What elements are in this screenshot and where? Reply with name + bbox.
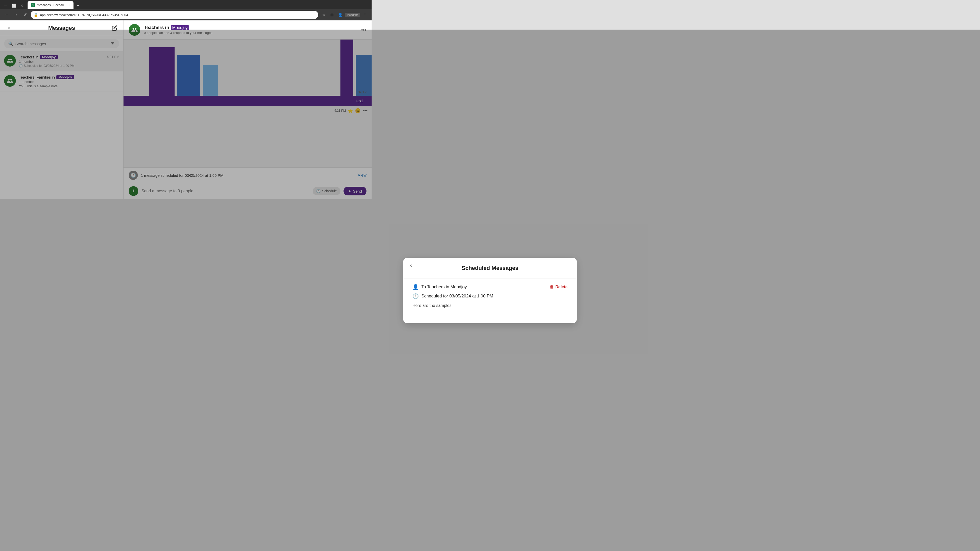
browser-chrome: ─ ⬜ ✕ S Messages - Seesaw × + ← → ↺ 🔒 ap… [0,0,372,21]
forward-button[interactable]: → [12,11,19,18]
maximize-button[interactable]: ⬜ [10,2,18,9]
tab-bar: ─ ⬜ ✕ S Messages - Seesaw × + [0,0,372,9]
modal-overlay: × Scheduled Messages 👤 To Teachers in Mo… [0,30,372,208]
back-button[interactable]: ← [3,11,10,18]
bookmark-icon[interactable]: ☆ [320,11,328,18]
profile-icon[interactable]: 👤 [337,11,344,18]
tab-close-icon[interactable]: × [68,3,70,7]
incognito-badge: Incognito [345,13,360,17]
address-bar: ← → ↺ 🔒 app.seesaw.me/c/conv.01HR4FNQSKJ… [0,9,372,21]
url-bar[interactable]: 🔒 app.seesaw.me/c/conv.01HR4FNQSKJRF4332… [30,11,318,19]
tab-title: Messages - Seesaw [37,3,67,7]
active-tab[interactable]: S Messages - Seesaw × [27,1,73,9]
extensions-icon[interactable]: ⊞ [328,11,336,18]
close-window-button[interactable]: ✕ [18,2,25,9]
toolbar-icons: ☆ ⊞ 👤 Incognito ⋮ [320,11,369,18]
browser-window-controls: ─ ⬜ ✕ [2,2,25,9]
new-tab-button[interactable]: + [75,2,82,9]
url-text: app.seesaw.me/c/conv.01HR4FNQSKJRF4332PS… [40,13,315,17]
tab-favicon: S [30,3,35,7]
menu-icon[interactable]: ⋮ [361,11,369,18]
minimize-button[interactable]: ─ [2,2,9,9]
refresh-button[interactable]: ↺ [21,11,29,18]
